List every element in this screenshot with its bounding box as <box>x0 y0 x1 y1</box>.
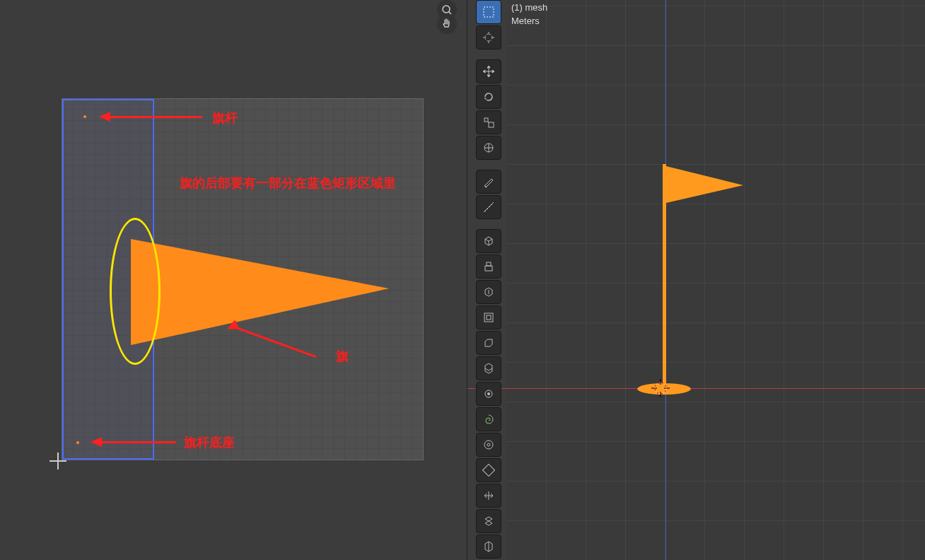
rip-region-tool[interactable] <box>476 535 501 559</box>
uv-grid-area[interactable] <box>62 99 423 460</box>
knife-tool[interactable] <box>476 382 501 406</box>
pole-uv-dot <box>83 115 86 118</box>
poly-build-tool[interactable] <box>476 407 501 431</box>
svg-point-32 <box>487 443 490 446</box>
base-uv-dot <box>76 441 79 444</box>
svg-rect-28 <box>487 315 491 320</box>
viewport-toolbar <box>476 0 501 560</box>
extrude-manifold-tool[interactable] <box>476 280 501 304</box>
svg-point-31 <box>484 441 493 449</box>
scale-tool[interactable] <box>476 110 501 134</box>
select-box-tool[interactable] <box>476 0 501 24</box>
uv-editor-pane: 旗杆 旗的后部要有一部分在蓝色矩形区域里 旗 旗杆底座 <box>0 0 467 560</box>
flag-3d-model <box>632 164 745 397</box>
shrink-fatten-tool[interactable] <box>476 509 501 533</box>
label-pole: 旗杆 <box>212 110 238 127</box>
loop-cut-tool[interactable] <box>476 356 501 380</box>
svg-rect-26 <box>487 262 491 266</box>
arrow-pole-head <box>99 112 110 122</box>
svg-rect-21 <box>484 118 488 122</box>
svg-rect-15 <box>484 7 494 17</box>
measure-tool[interactable] <box>476 195 501 219</box>
annotate-tool[interactable] <box>476 170 501 194</box>
rotate-tool[interactable] <box>476 85 501 109</box>
arrow-pole-line <box>110 116 202 118</box>
label-flag: 旗 <box>336 348 349 365</box>
bevel-tool[interactable] <box>476 331 501 355</box>
svg-rect-27 <box>484 313 493 322</box>
cursor-tool[interactable] <box>476 25 501 49</box>
extrude-region-tool[interactable] <box>476 255 501 279</box>
transform-tool[interactable] <box>476 136 501 160</box>
svg-rect-25 <box>485 266 492 271</box>
svg-line-23 <box>488 122 489 123</box>
arrow-base-head <box>91 437 102 447</box>
svg-point-16 <box>485 34 492 41</box>
svg-marker-7 <box>666 166 743 203</box>
pan-icon[interactable] <box>437 14 457 34</box>
svg-rect-6 <box>663 164 666 385</box>
svg-point-30 <box>487 392 490 395</box>
units-label: Meters <box>511 16 540 26</box>
add-cube-tool[interactable] <box>476 229 501 253</box>
label-base: 旗杆底座 <box>184 434 235 451</box>
move-tool[interactable] <box>476 59 501 83</box>
3d-viewport-pane: (1) mesh Meters <box>467 0 925 560</box>
svg-point-8 <box>637 383 691 395</box>
label-overlap-note: 旗的后部要有一部分在蓝色矩形区域里 <box>180 175 396 192</box>
arrow-base-line <box>102 441 176 443</box>
inset-faces-tool[interactable] <box>476 305 501 329</box>
svg-rect-22 <box>489 122 494 127</box>
spin-tool[interactable] <box>476 433 501 457</box>
smooth-tool[interactable] <box>476 458 501 482</box>
edge-slide-tool[interactable] <box>476 484 501 508</box>
svg-rect-33 <box>483 465 495 477</box>
mesh-count-label: (1) mesh <box>511 2 547 13</box>
